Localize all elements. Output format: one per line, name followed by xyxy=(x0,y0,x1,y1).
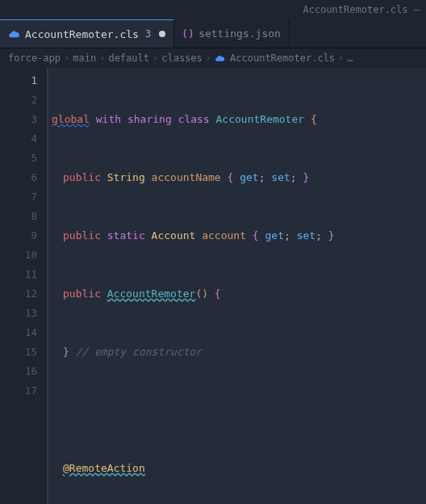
line-number: 13 xyxy=(0,304,37,323)
line-number: 17 xyxy=(0,381,37,401)
code-area[interactable]: global with sharing class AccountRemoter… xyxy=(47,68,426,504)
line-number: 7 xyxy=(0,187,37,207)
tab-label: AccountRemoter.cls xyxy=(25,28,139,40)
tab-problems-badge: 3 xyxy=(145,28,151,40)
breadcrumb[interactable]: force-app › main › default › classes › A… xyxy=(0,48,426,68)
line-number: 5 xyxy=(0,149,37,168)
code-line: global with sharing class AccountRemoter… xyxy=(52,110,426,129)
tab-label: settings.json xyxy=(198,27,281,40)
crumb[interactable]: main xyxy=(73,52,96,64)
line-number: 8 xyxy=(0,207,37,226)
crumb-more[interactable]: … xyxy=(347,52,353,64)
crumb[interactable]: AccountRemoter.cls xyxy=(230,52,335,64)
line-number: 9 xyxy=(0,226,37,246)
line-number: 10 xyxy=(0,246,37,265)
line-number: 6 xyxy=(0,168,37,187)
code-line: } // empty constructor xyxy=(52,342,426,362)
chevron-right-icon: › xyxy=(338,52,344,64)
line-number: 2 xyxy=(0,90,37,110)
crumb[interactable]: classes xyxy=(161,52,203,64)
braces-icon xyxy=(182,28,194,40)
editor: 1 2 3 4 5 6 7 8 9 10 11 12 13 14 15 16 1… xyxy=(0,68,426,504)
code-line: @RemoteAction xyxy=(52,459,426,478)
titlebar-filename: AccountRemoter.cls — xyxy=(303,4,420,15)
chevron-right-icon: › xyxy=(152,52,158,64)
tab-account-remoter[interactable]: AccountRemoter.cls 3 xyxy=(0,19,174,48)
code-line xyxy=(52,401,426,420)
line-number: 12 xyxy=(0,284,37,304)
code-line: public AccountRemoter() { xyxy=(52,284,426,304)
titlebar: AccountRemoter.cls — xyxy=(0,0,426,19)
chevron-right-icon: › xyxy=(99,52,105,64)
line-number-gutter: 1 2 3 4 5 6 7 8 9 10 11 12 13 14 15 16 1… xyxy=(0,68,47,504)
code-line: public String accountName { get; set; } xyxy=(52,168,426,187)
line-number: 14 xyxy=(0,323,37,342)
line-number: 11 xyxy=(0,265,37,284)
line-number: 1 xyxy=(0,71,37,90)
line-number: 16 xyxy=(0,362,37,381)
code-line: public static Account account { get; set… xyxy=(52,226,426,246)
tab-settings-json[interactable]: settings.json xyxy=(174,19,290,48)
line-number: 3 xyxy=(0,110,37,129)
chevron-right-icon: › xyxy=(64,52,69,64)
crumb[interactable]: force-app xyxy=(8,52,61,64)
crumb[interactable]: default xyxy=(108,52,149,64)
tab-bar: AccountRemoter.cls 3 settings.json xyxy=(0,19,426,48)
cloud-icon xyxy=(8,28,20,40)
chevron-right-icon: › xyxy=(206,52,211,64)
line-number: 4 xyxy=(0,129,37,149)
dirty-indicator-icon xyxy=(159,31,165,37)
line-number: 15 xyxy=(0,342,37,362)
cloud-icon xyxy=(215,53,225,64)
